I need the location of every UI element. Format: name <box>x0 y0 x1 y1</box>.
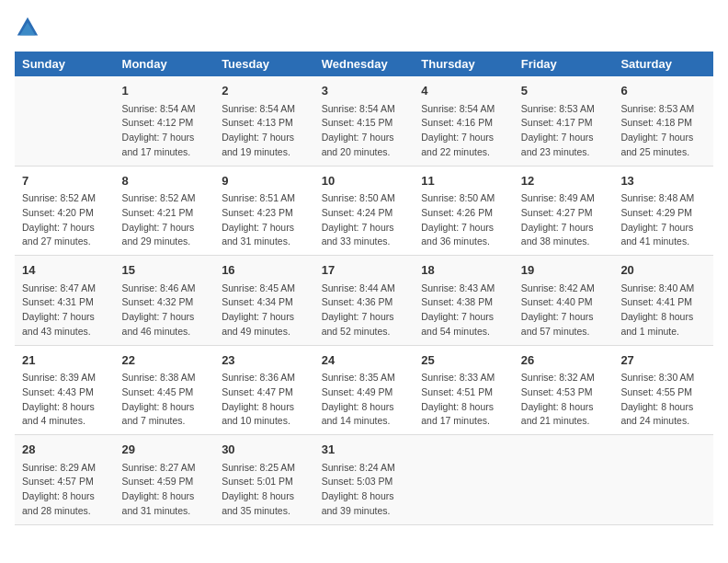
calendar-cell <box>15 76 115 166</box>
calendar-cell: 21Sunrise: 8:39 AMSunset: 4:43 PMDayligh… <box>15 345 115 435</box>
day-number: 13 <box>620 172 706 190</box>
calendar-week-row: 28Sunrise: 8:29 AMSunset: 4:57 PMDayligh… <box>15 435 713 525</box>
day-info: Sunrise: 8:51 AMSunset: 4:23 PMDaylight:… <box>222 191 307 249</box>
calendar-cell: 6Sunrise: 8:53 AMSunset: 4:18 PMDaylight… <box>613 76 713 166</box>
day-number: 16 <box>222 261 307 280</box>
calendar-header-row: SundayMondayTuesdayWednesdayThursdayFrid… <box>15 52 713 76</box>
day-header-friday: Friday <box>514 52 614 76</box>
day-info: Sunrise: 8:45 AMSunset: 4:34 PMDaylight:… <box>222 282 307 339</box>
calendar-cell: 16Sunrise: 8:45 AMSunset: 4:34 PMDayligh… <box>214 256 314 346</box>
calendar-cell: 8Sunrise: 8:52 AMSunset: 4:21 PMDaylight… <box>115 166 215 256</box>
calendar-cell: 23Sunrise: 8:36 AMSunset: 4:47 PMDayligh… <box>214 345 314 435</box>
logo-icon <box>15 15 40 40</box>
calendar-table: SundayMondayTuesdayWednesdayThursdayFrid… <box>15 52 713 525</box>
calendar-week-row: 14Sunrise: 8:47 AMSunset: 4:31 PMDayligh… <box>15 256 713 346</box>
day-number: 7 <box>22 172 108 190</box>
calendar-cell: 7Sunrise: 8:52 AMSunset: 4:20 PMDaylight… <box>15 166 115 256</box>
day-number: 9 <box>222 172 307 190</box>
calendar-cell <box>613 435 713 525</box>
calendar-cell: 15Sunrise: 8:46 AMSunset: 4:32 PMDayligh… <box>115 256 215 346</box>
day-header-tuesday: Tuesday <box>214 52 314 76</box>
calendar-cell: 29Sunrise: 8:27 AMSunset: 4:59 PMDayligh… <box>115 435 215 525</box>
day-header-monday: Monday <box>115 52 215 76</box>
day-number: 18 <box>421 261 506 280</box>
day-number: 31 <box>322 441 407 459</box>
day-info: Sunrise: 8:46 AMSunset: 4:32 PMDaylight:… <box>122 282 208 339</box>
day-header-wednesday: Wednesday <box>314 52 415 76</box>
day-number: 29 <box>122 441 208 459</box>
calendar-cell: 14Sunrise: 8:47 AMSunset: 4:31 PMDayligh… <box>15 256 115 346</box>
calendar-cell: 24Sunrise: 8:35 AMSunset: 4:49 PMDayligh… <box>314 345 415 435</box>
day-number: 2 <box>222 82 307 100</box>
calendar-cell: 9Sunrise: 8:51 AMSunset: 4:23 PMDaylight… <box>214 166 314 256</box>
calendar-cell: 27Sunrise: 8:30 AMSunset: 4:55 PMDayligh… <box>613 345 713 435</box>
day-info: Sunrise: 8:36 AMSunset: 4:47 PMDaylight:… <box>222 371 307 429</box>
day-number: 10 <box>322 172 407 190</box>
day-info: Sunrise: 8:53 AMSunset: 4:17 PMDaylight:… <box>521 102 607 160</box>
day-info: Sunrise: 8:44 AMSunset: 4:36 PMDaylight:… <box>322 282 407 339</box>
day-info: Sunrise: 8:54 AMSunset: 4:13 PMDaylight:… <box>222 102 307 160</box>
day-number: 8 <box>122 172 208 190</box>
day-header-saturday: Saturday <box>613 52 713 76</box>
day-number: 4 <box>421 82 506 100</box>
day-number: 12 <box>521 172 607 190</box>
day-info: Sunrise: 8:38 AMSunset: 4:45 PMDaylight:… <box>122 371 208 429</box>
day-info: Sunrise: 8:32 AMSunset: 4:53 PMDaylight:… <box>521 371 607 429</box>
day-number: 3 <box>322 82 407 100</box>
day-info: Sunrise: 8:49 AMSunset: 4:27 PMDaylight:… <box>521 191 607 249</box>
calendar-cell: 22Sunrise: 8:38 AMSunset: 4:45 PMDayligh… <box>115 345 215 435</box>
day-number: 21 <box>22 351 108 370</box>
day-number: 23 <box>222 351 307 370</box>
day-number: 11 <box>421 172 506 190</box>
logo <box>15 15 44 40</box>
day-info: Sunrise: 8:50 AMSunset: 4:26 PMDaylight:… <box>421 191 506 249</box>
calendar-cell: 11Sunrise: 8:50 AMSunset: 4:26 PMDayligh… <box>414 166 514 256</box>
day-info: Sunrise: 8:25 AMSunset: 5:01 PMDaylight:… <box>222 461 307 519</box>
calendar-cell: 1Sunrise: 8:54 AMSunset: 4:12 PMDaylight… <box>115 76 215 166</box>
day-info: Sunrise: 8:30 AMSunset: 4:55 PMDaylight:… <box>620 371 706 429</box>
calendar-cell: 26Sunrise: 8:32 AMSunset: 4:53 PMDayligh… <box>514 345 614 435</box>
day-info: Sunrise: 8:43 AMSunset: 4:38 PMDaylight:… <box>421 282 506 339</box>
calendar-cell: 28Sunrise: 8:29 AMSunset: 4:57 PMDayligh… <box>15 435 115 525</box>
day-info: Sunrise: 8:54 AMSunset: 4:15 PMDaylight:… <box>322 102 407 160</box>
calendar-week-row: 1Sunrise: 8:54 AMSunset: 4:12 PMDaylight… <box>15 76 713 166</box>
day-number: 20 <box>620 261 706 280</box>
day-number: 15 <box>122 261 208 280</box>
calendar-cell: 30Sunrise: 8:25 AMSunset: 5:01 PMDayligh… <box>214 435 314 525</box>
calendar-cell: 12Sunrise: 8:49 AMSunset: 4:27 PMDayligh… <box>514 166 614 256</box>
calendar-cell: 2Sunrise: 8:54 AMSunset: 4:13 PMDaylight… <box>214 76 314 166</box>
day-number: 6 <box>620 82 706 100</box>
day-number: 14 <box>22 261 108 280</box>
day-info: Sunrise: 8:29 AMSunset: 4:57 PMDaylight:… <box>22 461 108 519</box>
calendar-cell <box>514 435 614 525</box>
calendar-cell: 18Sunrise: 8:43 AMSunset: 4:38 PMDayligh… <box>414 256 514 346</box>
day-info: Sunrise: 8:48 AMSunset: 4:29 PMDaylight:… <box>620 191 706 249</box>
day-number: 24 <box>322 351 407 370</box>
calendar-cell: 10Sunrise: 8:50 AMSunset: 4:24 PMDayligh… <box>314 166 415 256</box>
day-header-sunday: Sunday <box>15 52 115 76</box>
calendar-cell: 4Sunrise: 8:54 AMSunset: 4:16 PMDaylight… <box>414 76 514 166</box>
day-info: Sunrise: 8:39 AMSunset: 4:43 PMDaylight:… <box>22 371 108 429</box>
day-info: Sunrise: 8:24 AMSunset: 5:03 PMDaylight:… <box>322 461 407 519</box>
day-info: Sunrise: 8:33 AMSunset: 4:51 PMDaylight:… <box>421 371 506 429</box>
day-number: 5 <box>521 82 607 100</box>
calendar-cell: 19Sunrise: 8:42 AMSunset: 4:40 PMDayligh… <box>514 256 614 346</box>
day-number: 26 <box>521 351 607 370</box>
day-info: Sunrise: 8:54 AMSunset: 4:16 PMDaylight:… <box>421 102 506 160</box>
calendar-cell: 25Sunrise: 8:33 AMSunset: 4:51 PMDayligh… <box>414 345 514 435</box>
day-info: Sunrise: 8:52 AMSunset: 4:21 PMDaylight:… <box>122 191 208 249</box>
calendar-cell: 31Sunrise: 8:24 AMSunset: 5:03 PMDayligh… <box>314 435 415 525</box>
day-number: 1 <box>122 82 208 100</box>
day-number: 22 <box>122 351 208 370</box>
day-number: 25 <box>421 351 506 370</box>
day-number: 19 <box>521 261 607 280</box>
calendar-cell: 3Sunrise: 8:54 AMSunset: 4:15 PMDaylight… <box>314 76 415 166</box>
page-header <box>15 15 713 40</box>
day-number: 27 <box>620 351 706 370</box>
calendar-cell: 13Sunrise: 8:48 AMSunset: 4:29 PMDayligh… <box>613 166 713 256</box>
day-info: Sunrise: 8:40 AMSunset: 4:41 PMDaylight:… <box>620 282 706 339</box>
day-number: 17 <box>322 261 407 280</box>
calendar-cell: 17Sunrise: 8:44 AMSunset: 4:36 PMDayligh… <box>314 256 415 346</box>
day-info: Sunrise: 8:53 AMSunset: 4:18 PMDaylight:… <box>620 102 706 160</box>
calendar-cell <box>414 435 514 525</box>
